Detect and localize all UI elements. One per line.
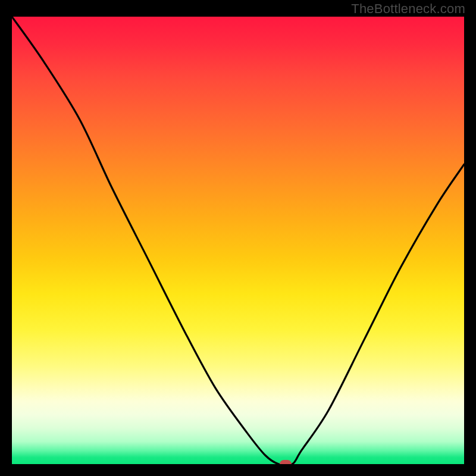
watermark-text: TheBottleneck.com bbox=[351, 1, 465, 17]
curve-path bbox=[12, 17, 464, 464]
bottleneck-curve bbox=[12, 17, 464, 464]
chart-frame: TheBottleneck.com bbox=[0, 0, 476, 476]
plot-area bbox=[12, 17, 464, 464]
optimal-point-marker bbox=[280, 460, 292, 464]
